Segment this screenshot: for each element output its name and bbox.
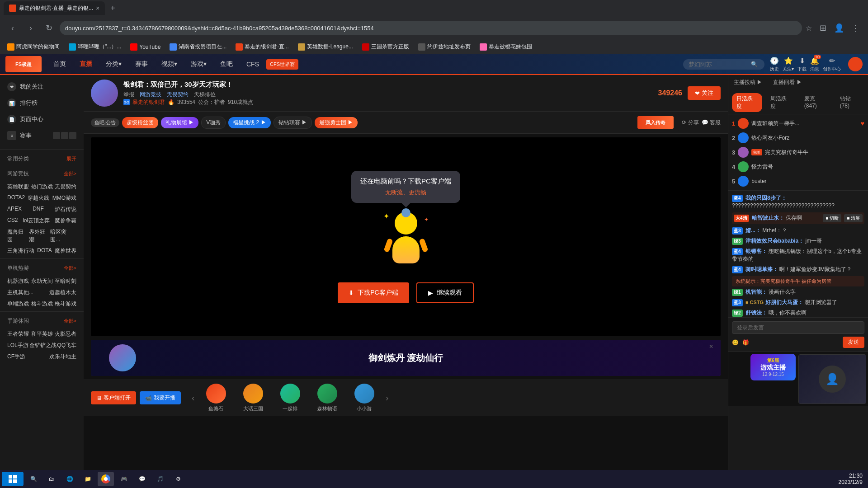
message-button[interactable]: 🔔 10 消息 [810,56,819,72]
start-stream-button[interactable]: 📹 我要开播 [140,391,181,404]
game-gun[interactable]: 枪斗游戏 [55,300,76,308]
nav-live[interactable]: 直播 [73,57,99,71]
cut-button[interactable]: ■ 切断 [823,214,841,222]
continue-watch-button[interactable]: ▶ 继续观看 [416,282,474,303]
bookmark-star-button[interactable]: ☆ [806,24,812,33]
chat-tab-daily[interactable]: 日活跃度 [732,93,762,112]
panel-tab-replay[interactable]: 直播回看 ▶ [768,75,807,91]
sidebar-netgame-all-button[interactable]: 全部> [64,170,76,177]
gift-button[interactable]: 🎁 [742,339,749,346]
bottom-ad-banner[interactable]: 御剑炼丹 渡劫仙行 ✕ [91,340,721,376]
search-input[interactable] [689,61,747,68]
ad-close-button[interactable]: ✕ [709,343,713,350]
game-single[interactable]: 单端游戏 [7,300,29,308]
taskbar-app2[interactable]: 💬 [134,472,150,486]
nav-video[interactable]: 视频▾ [155,57,184,71]
forward-button[interactable]: › [24,21,38,35]
nav-category[interactable]: 分类▾ [99,57,128,71]
nav-home[interactable]: 首页 [47,57,72,71]
bottom-item-talk[interactable]: 大话三国 [237,384,269,412]
panel-tab-posts[interactable]: 主播投稿 ▶ [728,75,768,91]
download-client-button[interactable]: ⬇ 下载PC客户端 [338,282,409,303]
header-search[interactable]: 🔍 [683,59,764,70]
tab-close-button[interactable]: × [96,5,99,12]
bookmark-sanguo[interactable]: 三国杀官方正版 [359,41,413,52]
game-solo[interactable]: 道趣植木太 [49,289,76,296]
chat-tab-mic[interactable]: 麦克(847) [800,93,832,112]
game-val[interactable]: 无畏契约 [55,183,76,191]
download-button[interactable]: ⬇ 下载 [797,56,807,72]
sidebar-page-center-item[interactable]: 📄 页面中心 [0,111,84,127]
game-qq-racing[interactable]: QQ飞车 [57,342,76,349]
taskbar-app1[interactable]: 🎮 [116,472,132,486]
v-vip-button[interactable]: V咖秀 [201,117,226,129]
taskbar-file-explorer[interactable]: 📁 [80,472,96,486]
bottom-item-mini[interactable]: 小小游 [349,384,380,412]
gift-shop-button[interactable]: 礼物展馆 ▶ [161,117,198,128]
bottom-item-rank[interactable]: 一起排 [274,384,306,412]
bottom-right-chevron[interactable]: › [386,393,389,403]
follow-button[interactable]: ⭐ 关注▾ [783,56,794,72]
game-dnf[interactable]: DNF [33,206,44,213]
game-hs[interactable]: 炉石传说 [55,206,76,213]
extensions-button[interactable]: ⊞ [816,21,830,35]
taskbar-search-button[interactable]: 🔍 [25,472,42,486]
bookmark-sakura[interactable]: 暴走被樱花妹包围 [476,41,536,52]
sidebar-mobile-all-button[interactable]: 全部> [64,318,76,324]
taskbar-app3[interactable]: 🎵 [152,472,168,486]
nav-fishbar[interactable]: 鱼吧 [214,57,239,71]
back-button[interactable]: ‹ [5,21,20,35]
cfs-world-badge[interactable]: CFS世界赛 [266,59,298,70]
nav-cfs[interactable]: CFS [240,58,265,70]
chat-send-button[interactable]: 发送 [843,337,864,348]
game-fight[interactable]: 格斗游戏 [31,300,53,308]
creator-button[interactable]: ✏ 创作中心 [823,56,841,72]
game-lol-tft[interactable]: lol云顶之弈 [23,217,50,225]
streamer-name[interactable]: 暴走的银剑君 [132,99,165,106]
taskbar-steam[interactable]: ⚙ [170,472,186,486]
customer-service-button[interactable]: 💬 客服 [702,119,721,127]
game-wow2[interactable]: 魔兽世界 [55,247,76,255]
bookmark-hunan[interactable]: 湖南省投资项目在... [166,41,230,52]
game-console[interactable]: 主机其他... [7,289,33,296]
share-button[interactable]: ⟳ 分享 [682,119,698,127]
profile-button[interactable]: 👤 [832,21,846,35]
game-mmo[interactable]: MMO游戏 [52,194,76,202]
emoji-button[interactable]: 😊 [732,339,739,346]
refresh-button[interactable]: ↻ [42,21,56,35]
bookmark-youtube[interactable]: YouTube [127,42,164,52]
game-hpyingxiong[interactable]: 和平英雄 [31,330,53,338]
sidebar-single-all-button[interactable]: 全部> [64,265,76,272]
game-apex[interactable]: APEX [7,206,22,213]
game-cf[interactable]: 穿越火线 [28,194,49,202]
game-lol-mobile[interactable]: LOL手游 [7,342,28,349]
game-cs2[interactable]: CS2 [7,217,18,225]
game-cf-mobile[interactable]: CF手游 [7,353,25,361]
bottom-item-fish[interactable]: 鱼塘石 [200,384,232,412]
event-popup-card[interactable]: 第6届 游戏主播 12.9-12.15 [750,354,796,380]
game-tft-mobile[interactable]: 金铲铲之战 [29,342,57,349]
game-wow[interactable]: 魔兽争霸 [55,217,76,225]
game-jw[interactable]: 界外狂潮 [29,228,51,244]
taskbar-edge-button[interactable]: 🌐 [61,472,78,486]
game-dk[interactable]: 暗区突围... [50,228,76,244]
game-wzry[interactable]: 王者荣耀 [7,330,29,338]
fish-bar-tag[interactable]: 鱼吧|公告 [91,118,119,127]
history-button[interactable]: 🕐 历史 [770,56,779,72]
game-hot[interactable]: 热门游戏 [31,183,53,191]
menu-button[interactable]: ⋮ [848,21,863,35]
chat-input-field[interactable] [732,321,864,334]
game-zask[interactable]: 至暗时刻 [55,277,76,285]
super-fan-button[interactable]: 超级粉丝团 [122,117,158,128]
follow-button[interactable]: ❤ 关注 [688,86,721,100]
star-challenge-button[interactable]: 福星挑战 2 ▶ [228,117,270,128]
subcategory-label[interactable]: 无畏契约 [167,91,189,99]
brave-team-button[interactable]: 最强勇士团 ▶ [315,117,358,128]
bookmark-ahustore[interactable]: 阿虎同学的储物间 [4,41,63,52]
diamond-league-button[interactable]: 钻钻联赛 ▶ [274,117,312,129]
bottom-left-chevron[interactable]: ‹ [192,393,195,403]
bookmark-bilibili[interactable]: 哔哩哔哩（"...）... [65,41,125,52]
game-delta[interactable]: 三角洲行动 [7,247,34,255]
bookmark-douyu-stream[interactable]: 暴走的银剑君·直... [232,41,292,52]
url-bar[interactable]: douyu.com/2517837_r=0.34346786679800009&… [60,21,802,35]
